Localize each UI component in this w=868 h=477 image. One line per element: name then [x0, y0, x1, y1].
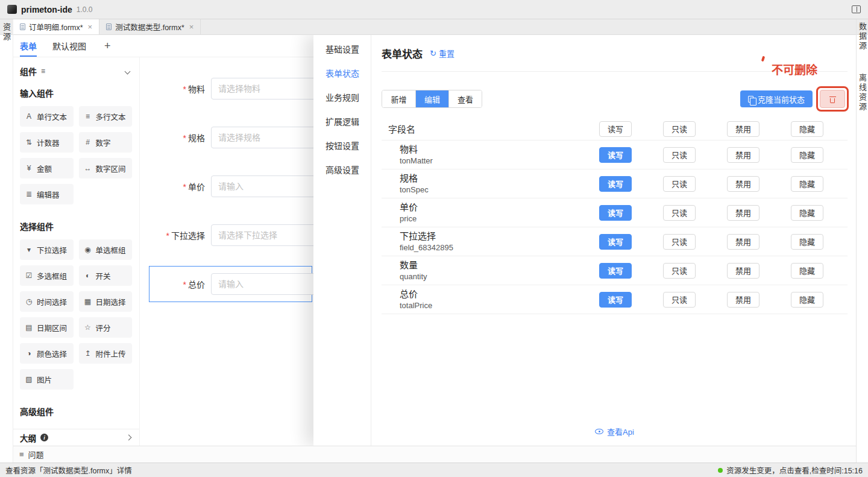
- state-tab[interactable]: 新增: [382, 90, 415, 107]
- row-field-cell: 规格tonSpec: [382, 172, 583, 195]
- state-button[interactable]: 隐藏: [791, 234, 823, 250]
- component-icon: A: [25, 112, 33, 121]
- file-tab[interactable]: 订单明细.formx*×: [13, 19, 99, 34]
- row-field-name: field_68342895: [400, 242, 583, 253]
- app-window: primeton-ide 1.0.0 资源 订单明细.formx*×测试数据类型…: [0, 0, 868, 477]
- palette-item[interactable]: ◑颜色选择: [20, 343, 74, 364]
- palette-item[interactable]: ↥附件上传: [79, 343, 133, 364]
- state-button[interactable]: 禁用: [727, 292, 760, 308]
- state-option-cell: 只读: [647, 205, 711, 221]
- component-label: 金额: [37, 163, 52, 174]
- palette-item[interactable]: ▦日期选择: [79, 291, 133, 312]
- view-tab[interactable]: 默认视图: [52, 35, 86, 57]
- state-option-cell: 读写: [583, 263, 647, 279]
- table-header-row: 字段名 读写只读禁用隐藏: [382, 118, 848, 141]
- row-field-label: 下拉选择: [400, 230, 583, 242]
- palette-item[interactable]: ≡多行文本: [79, 106, 133, 127]
- column-state-button[interactable]: 隐藏: [791, 121, 823, 137]
- settings-menu-item[interactable]: 表单状态: [313, 61, 371, 85]
- copy-icon: [748, 96, 753, 103]
- state-button[interactable]: 隐藏: [791, 292, 823, 308]
- component-icon: #: [84, 138, 92, 147]
- palette-item[interactable]: ▤日期区间: [20, 317, 74, 338]
- palette-item[interactable]: ↔数字区间: [79, 158, 133, 178]
- palette-item[interactable]: ⇅计数器: [20, 132, 74, 153]
- settings-menu-item[interactable]: 高级设置: [313, 157, 371, 182]
- chevron-down-icon[interactable]: [125, 68, 131, 74]
- state-button[interactable]: 隐藏: [791, 205, 823, 221]
- row-options: 读写只读禁用隐藏: [583, 234, 839, 250]
- state-option-cell: 禁用: [711, 147, 775, 163]
- settings-menu-item[interactable]: 业务规则: [313, 85, 371, 109]
- state-button[interactable]: 只读: [663, 176, 696, 192]
- state-button[interactable]: 禁用: [727, 147, 760, 163]
- state-button[interactable]: 禁用: [727, 176, 760, 192]
- add-view-button[interactable]: +: [104, 40, 111, 52]
- state-button[interactable]: 读写: [599, 205, 632, 221]
- palette-item[interactable]: #数字: [79, 132, 133, 153]
- palette-item[interactable]: ◐开关: [79, 265, 133, 286]
- row-field-label: 总价: [400, 288, 583, 300]
- state-button[interactable]: 隐藏: [791, 176, 823, 192]
- palette-item[interactable]: ≣编辑器: [20, 184, 74, 204]
- column-state-button[interactable]: 只读: [663, 121, 696, 137]
- chevron-right-icon[interactable]: [126, 435, 132, 441]
- state-button[interactable]: 隐藏: [791, 263, 823, 279]
- offline-resources-rail-tab[interactable]: 离线资源: [857, 74, 868, 112]
- view-tab[interactable]: 表单: [20, 35, 37, 57]
- settings-panel: 基础设置表单状态业务规则扩展逻辑按钮设置高级设置 表单状态 ↻ 重置 新增编辑查…: [313, 35, 856, 446]
- status-right-text: 资源发生变更，点击查看,检查时间:15:16: [726, 464, 863, 476]
- clone-state-button[interactable]: 克隆当前状态: [740, 90, 813, 107]
- palette-item[interactable]: ◉单选框组: [79, 239, 133, 260]
- header-option-cell: 只读: [647, 121, 711, 137]
- state-option-cell: 只读: [647, 292, 711, 308]
- reset-button[interactable]: ↻ 重置: [430, 48, 454, 59]
- state-tab[interactable]: 查看: [448, 90, 482, 107]
- state-button[interactable]: 禁用: [727, 234, 760, 250]
- state-button[interactable]: 禁用: [727, 205, 760, 221]
- palette-item[interactable]: ▧图片: [20, 369, 74, 390]
- state-button[interactable]: 只读: [663, 292, 696, 308]
- settings-menu-item[interactable]: 扩展逻辑: [313, 109, 371, 133]
- palette-item[interactable]: A单行文本: [20, 106, 74, 127]
- palette-item[interactable]: ¥金额: [20, 158, 74, 178]
- reset-icon: ↻: [430, 49, 436, 58]
- state-button[interactable]: 隐藏: [791, 147, 823, 163]
- state-tab[interactable]: 编辑: [415, 90, 448, 107]
- status-right[interactable]: 资源发生变更，点击查看,检查时间:15:16: [718, 464, 863, 476]
- problems-bar[interactable]: ≡ 问题: [13, 446, 856, 463]
- state-button[interactable]: 读写: [599, 176, 632, 192]
- close-icon[interactable]: ×: [189, 23, 194, 31]
- palette-item[interactable]: ▾下拉选择: [20, 239, 74, 260]
- palette-item[interactable]: ☑多选框组: [20, 265, 74, 286]
- datasource-rail-tab[interactable]: 数据源: [857, 22, 868, 51]
- state-button[interactable]: 读写: [599, 234, 632, 250]
- state-option-cell: 读写: [583, 234, 647, 250]
- state-button[interactable]: 只读: [663, 205, 696, 221]
- state-button[interactable]: 读写: [599, 263, 632, 279]
- column-state-button[interactable]: 禁用: [727, 121, 760, 137]
- palette-item[interactable]: ☆评分: [79, 317, 133, 338]
- table-body: 物料tonMatter读写只读禁用隐藏规格tonSpec读写只读禁用隐藏单价pr…: [382, 141, 848, 314]
- column-state-button[interactable]: 读写: [599, 121, 632, 137]
- state-button[interactable]: 禁用: [727, 263, 760, 279]
- state-button[interactable]: 只读: [663, 263, 696, 279]
- app-logo-icon: [7, 5, 17, 14]
- file-tab[interactable]: 测试数据类型.formx*×: [99, 19, 201, 34]
- delete-state-button[interactable]: [820, 90, 845, 108]
- state-button[interactable]: 读写: [599, 147, 632, 163]
- settings-menu-item[interactable]: 按钮设置: [313, 133, 371, 157]
- state-option-cell: 禁用: [711, 176, 775, 192]
- view-api-link[interactable]: 查看Api: [595, 426, 634, 437]
- outline-bar[interactable]: 大纲: [13, 429, 139, 446]
- settings-menu-item[interactable]: 基础设置: [313, 37, 371, 61]
- panel-toggle-icon[interactable]: [852, 5, 861, 13]
- row-field-cell: 下拉选择field_68342895: [382, 230, 583, 253]
- table-row: 总价totalPrice读写只读禁用隐藏: [382, 285, 848, 314]
- state-button[interactable]: 只读: [663, 234, 696, 250]
- state-button[interactable]: 读写: [599, 292, 632, 308]
- resources-rail-tab[interactable]: 资源: [1, 23, 12, 42]
- close-icon[interactable]: ×: [88, 23, 93, 31]
- state-button[interactable]: 只读: [663, 147, 696, 163]
- palette-item[interactable]: ◷时间选择: [20, 291, 74, 312]
